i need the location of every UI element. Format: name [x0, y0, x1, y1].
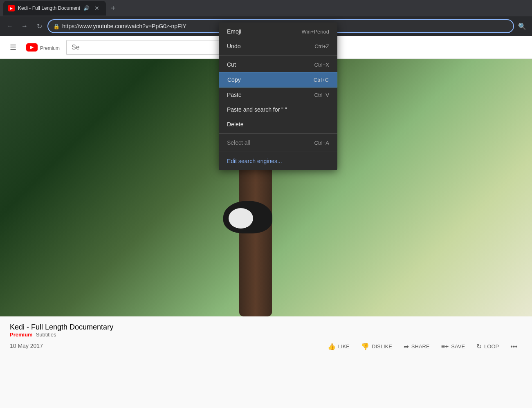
context-menu: Emoji Win+Period Undo Ctrl+Z Cut Ctrl+X … — [219, 22, 337, 170]
menu-item-select-all-label: Select all — [227, 139, 250, 146]
menu-item-undo-shortcut: Ctrl+Z — [314, 43, 329, 49]
menu-item-paste[interactable]: Paste Ctrl+V — [219, 87, 337, 102]
menu-item-cut-label: Cut — [227, 61, 236, 68]
menu-item-copy-shortcut: Ctrl+C — [314, 77, 329, 83]
menu-item-undo[interactable]: Undo Ctrl+Z — [219, 39, 337, 54]
menu-separator-2 — [219, 133, 337, 134]
menu-item-undo-label: Undo — [227, 43, 240, 49]
menu-item-emoji-shortcut: Win+Period — [301, 29, 329, 35]
menu-item-paste-label: Paste — [227, 92, 242, 98]
menu-item-paste-shortcut: Ctrl+V — [314, 92, 329, 98]
context-menu-overlay[interactable]: Emoji Win+Period Undo Ctrl+Z Cut Ctrl+X … — [0, 0, 532, 408]
menu-item-paste-search[interactable]: Paste and search for " " — [219, 102, 337, 117]
menu-item-delete-label: Delete — [227, 121, 243, 128]
menu-item-paste-search-label: Paste and search for " " — [227, 106, 287, 113]
menu-item-copy[interactable]: Copy Ctrl+C — [219, 72, 337, 87]
menu-item-copy-label: Copy — [227, 76, 241, 83]
menu-separator-3 — [219, 152, 337, 152]
menu-item-delete[interactable]: Delete — [219, 117, 337, 132]
menu-item-select-all[interactable]: Select all Ctrl+A — [219, 135, 337, 150]
menu-item-cut-shortcut: Ctrl+X — [314, 62, 329, 68]
menu-item-cut[interactable]: Cut Ctrl+X — [219, 57, 337, 72]
menu-item-select-all-shortcut: Ctrl+A — [314, 140, 329, 146]
menu-item-edit-search-engines-label: Edit search engines... — [227, 158, 282, 164]
menu-item-emoji-label: Emoji — [227, 28, 241, 35]
menu-item-emoji[interactable]: Emoji Win+Period — [219, 24, 337, 39]
menu-item-edit-search-engines[interactable]: Edit search engines... — [219, 154, 337, 168]
menu-separator-1 — [219, 55, 337, 56]
